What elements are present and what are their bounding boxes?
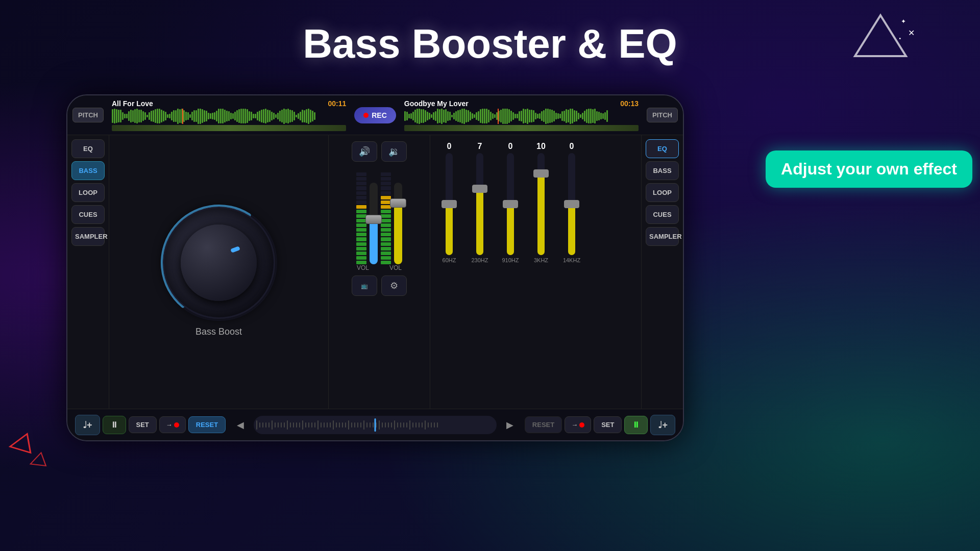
right-bass-button[interactable]: BASS — [646, 161, 679, 180]
right-eq-button[interactable]: EQ — [646, 139, 679, 158]
ad-button[interactable]: 📺 — [352, 276, 377, 296]
eq-band-14KHZ: 0 14KHZ — [559, 142, 584, 263]
eq-fill-1 — [476, 189, 483, 255]
right-track-info: Goodbye My Lover 00:13 — [400, 99, 643, 131]
center-timeline: ◀ ▶ — [233, 416, 518, 434]
callout-bubble: Adjust your own effect — [766, 151, 972, 188]
right-track-time: 00:13 — [620, 99, 639, 108]
right-track-header: Goodbye My Lover 00:13 — [404, 99, 639, 108]
eq-value-2: 0 — [508, 142, 513, 151]
eq-bands: 0 60HZ 7 230HZ 0 910HZ 10 — [436, 139, 635, 405]
right-panel: EQ BASS LOOP CUES SAMPLER — [641, 135, 683, 409]
timeline-right-button[interactable]: ▶ — [502, 417, 518, 433]
eq-thumb-4[interactable] — [564, 200, 579, 208]
right-fader — [394, 183, 402, 264]
callout-text: Adjust your own effect — [781, 160, 957, 178]
transport: ♩+ ⏸ SET → RESET ◀ ▶ RESET → SET — [67, 409, 683, 440]
svg-marker-0 — [855, 15, 906, 56]
left-sampler-button[interactable]: SAMPLER — [71, 227, 105, 246]
right-arrow-icon: → — [571, 421, 578, 429]
eq-slider-2[interactable] — [507, 153, 514, 255]
left-pitch-button[interactable]: PITCH — [72, 108, 104, 122]
eq-value-3: 10 — [536, 142, 546, 151]
eq-thumb-0[interactable] — [442, 200, 457, 208]
left-cue-button[interactable]: → — [159, 416, 186, 433]
deco-star1-icon: ✦ — [901, 18, 906, 25]
cue-timeline[interactable] — [254, 416, 497, 434]
left-set-button[interactable]: SET — [129, 416, 157, 433]
right-fader-track[interactable] — [394, 183, 402, 264]
right-pitch-button[interactable]: PITCH — [647, 108, 678, 122]
right-sampler-button[interactable]: SAMPLER — [646, 227, 679, 246]
right-pause-button[interactable]: ⏸ — [624, 416, 648, 434]
eq-slider-4[interactable] — [568, 153, 575, 255]
right-waveform — [404, 109, 639, 124]
knob-label: Bass Boost — [195, 327, 242, 337]
eq-thumb-1[interactable] — [472, 185, 487, 193]
center-mixer: 🔊 🔉 — [328, 135, 430, 409]
right-set-button[interactable]: SET — [594, 416, 622, 433]
eq-freq-0: 60HZ — [443, 257, 456, 263]
eq-value-1: 7 — [478, 142, 482, 151]
left-fader-track[interactable] — [370, 183, 378, 264]
settings-button[interactable]: ⚙ — [381, 276, 407, 296]
left-pause-button[interactable]: ⏸ — [103, 416, 126, 434]
left-bass-button[interactable]: BASS — [71, 161, 105, 180]
rec-label: REC — [372, 111, 387, 119]
knob-indicator — [231, 246, 241, 253]
left-cues-button[interactable]: CUES — [71, 205, 105, 224]
eq-value-0: 0 — [447, 142, 452, 151]
knob-area: Bass Boost — [109, 135, 328, 409]
right-vol-label: VOL — [389, 264, 402, 271]
left-loop-button[interactable]: LOOP — [71, 183, 105, 202]
left-eq-button[interactable]: EQ — [71, 139, 105, 158]
main-content: EQ BASS LOOP CUES SAMPLER — [67, 135, 683, 409]
eq-freq-4: 14KHZ — [563, 257, 580, 263]
left-arrow-icon: → — [166, 421, 173, 429]
left-track-info: All For Love 00:11 — [108, 99, 350, 131]
left-reset-button[interactable]: RESET — [188, 416, 226, 433]
eq-thumb-3[interactable] — [533, 169, 549, 178]
vol-up-button[interactable]: 🔊 — [352, 141, 377, 162]
rec-button[interactable]: REC — [354, 107, 396, 123]
left-waveform-2 — [112, 125, 346, 131]
eq-freq-1: 230HZ — [471, 257, 488, 263]
eq-fill-0 — [446, 204, 453, 255]
eq-slider-3[interactable] — [537, 153, 545, 255]
eq-fill-2 — [507, 204, 514, 255]
right-reset-button[interactable]: RESET — [525, 416, 562, 433]
right-transport: RESET → SET ⏸ ♩+ — [525, 415, 675, 435]
eq-band-230HZ: 7 230HZ — [467, 142, 493, 263]
left-add-music-button[interactable]: ♩+ — [75, 415, 100, 435]
eq-band-910HZ: 0 910HZ — [498, 142, 523, 263]
eq-thumb-2[interactable] — [503, 200, 518, 208]
page-title: Bass Booster & EQ — [303, 20, 677, 67]
eq-band-60HZ: 0 60HZ — [436, 142, 462, 263]
eq-freq-3: 3KHZ — [534, 257, 548, 263]
right-fader-thumb[interactable] — [390, 198, 406, 208]
right-add-music-button[interactable]: ♩+ — [650, 415, 675, 435]
left-waveform — [112, 109, 346, 124]
right-track-name: Goodbye My Lover — [404, 99, 469, 108]
rec-dot-icon — [363, 113, 369, 118]
eq-slider-1[interactable] — [476, 153, 483, 255]
vol-down-button[interactable]: 🔉 — [381, 141, 407, 162]
eq-slider-0[interactable] — [446, 153, 453, 255]
left-track-name: All For Love — [112, 99, 153, 108]
knob-ring — [163, 207, 275, 319]
timeline-left-button[interactable]: ◀ — [233, 417, 248, 433]
knob-inner — [181, 224, 257, 301]
eq-section: 0 60HZ 7 230HZ 0 910HZ 10 — [430, 135, 641, 409]
right-meter — [381, 172, 391, 264]
right-cue-button[interactable]: → — [565, 416, 591, 433]
eq-fill-4 — [568, 204, 575, 255]
left-track-header: All For Love 00:11 — [112, 99, 346, 108]
left-fader-thumb[interactable] — [365, 215, 382, 224]
mixer-buttons: 🔊 🔉 — [348, 135, 411, 165]
vol-labels: VOL VOL — [349, 264, 409, 271]
right-loop-button[interactable]: LOOP — [646, 183, 679, 202]
right-cues-button[interactable]: CUES — [646, 205, 679, 224]
right-cue-dot-icon — [579, 422, 584, 428]
right-waveform-2 — [404, 125, 639, 131]
bass-knob[interactable] — [163, 207, 275, 319]
